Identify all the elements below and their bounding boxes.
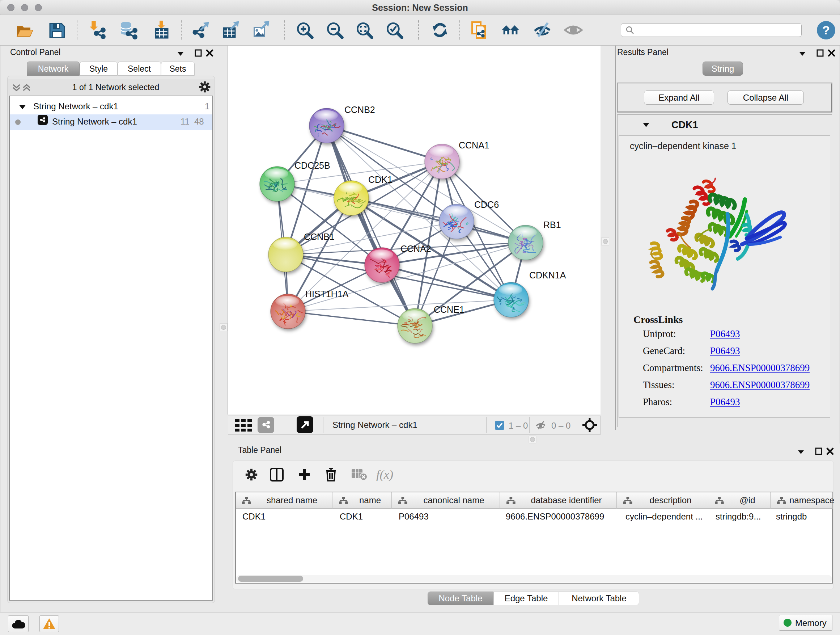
svg-text:CCNA1: CCNA1 bbox=[459, 140, 489, 150]
svg-text:RB1: RB1 bbox=[543, 220, 561, 230]
svg-text:CCNB1: CCNB1 bbox=[304, 232, 335, 242]
svg-text:CCNB2: CCNB2 bbox=[344, 105, 375, 115]
svg-text:CDKN1A: CDKN1A bbox=[529, 270, 566, 280]
svg-text:CCNA2: CCNA2 bbox=[401, 244, 431, 254]
svg-text:CDC6: CDC6 bbox=[474, 200, 499, 210]
svg-text:HIST1H1A: HIST1H1A bbox=[305, 289, 349, 299]
svg-text:CDK1: CDK1 bbox=[368, 174, 393, 185]
svg-text:CCNE1: CCNE1 bbox=[434, 304, 464, 315]
svg-text:CDC25B: CDC25B bbox=[294, 160, 330, 171]
